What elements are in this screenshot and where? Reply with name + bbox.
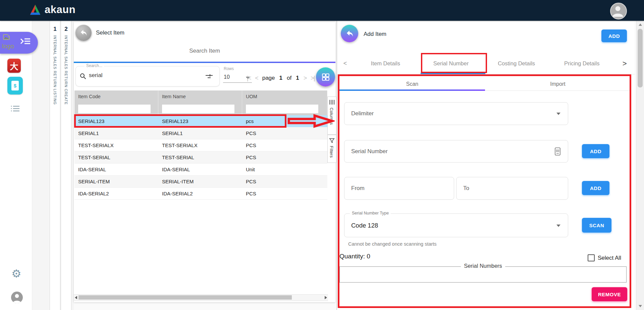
- search-input[interactable]: [88, 72, 190, 79]
- back-button[interactable]: [341, 25, 358, 42]
- cell-item-name: IDA-SERIAL: [158, 164, 242, 175]
- delimiter-select[interactable]: Delimiter: [344, 102, 568, 125]
- table-row[interactable]: IDA-SERIAL IDA-SERIAL Unit: [74, 164, 327, 176]
- cell-item-code: TEST-SERIAL: [74, 151, 158, 163]
- scroll-up-arrow-icon[interactable]: [639, 23, 642, 26]
- helper-text: Cannot be changed once scanning starts: [348, 241, 437, 247]
- last-page-button[interactable]: >|: [311, 75, 314, 82]
- scan-button[interactable]: SCAN: [582, 218, 611, 233]
- reply-arrow-icon: [79, 29, 88, 37]
- tab-scan[interactable]: Scan: [339, 78, 485, 90]
- scroll-right-arrow-icon[interactable]: [325, 296, 327, 299]
- red-app-glyph: 大: [10, 60, 18, 72]
- tab-costing-details[interactable]: Costing Details: [484, 60, 549, 67]
- cell-item-code: TEST-SERIALX: [74, 139, 158, 151]
- app-header: akaun: [0, 0, 644, 21]
- dollar-doc-icon: $: [11, 81, 19, 90]
- rows-value: 10: [224, 74, 230, 80]
- scroll-down-arrow-icon[interactable]: [639, 305, 642, 307]
- workspace-tab-create[interactable]: 2 INTERNAL SALES RETURN CREATE: [61, 21, 71, 310]
- delimiter-label: Delimiter: [351, 110, 374, 117]
- add-range-button[interactable]: ADD: [582, 181, 609, 195]
- filters-side-tab[interactable]: Filters: [327, 135, 336, 163]
- select-all-checkbox[interactable]: [588, 254, 595, 261]
- columns-tab-label: Columns: [329, 108, 334, 125]
- profile-icon[interactable]: [11, 292, 23, 303]
- prev-page-button[interactable]: <: [255, 75, 258, 82]
- cell-item-name: IDA-SERIAL2: [158, 188, 242, 199]
- column-header-item-name[interactable]: Item Name: [158, 90, 242, 103]
- search-icon: [80, 73, 86, 79]
- remove-button[interactable]: REMOVE: [592, 287, 627, 301]
- tabs-next-button[interactable]: >: [614, 59, 635, 68]
- quantity-value: 0: [367, 253, 370, 260]
- tab-pricing-details[interactable]: Pricing Details: [549, 60, 614, 67]
- column-header-item-code[interactable]: Item Code: [74, 90, 158, 103]
- table-row[interactable]: SERIAL-ITEM SERIAL-ITEM PCS: [74, 176, 327, 188]
- vertical-scrollbar[interactable]: [636, 21, 644, 310]
- scroll-left-arrow-icon[interactable]: [75, 296, 77, 299]
- panel-divider: [336, 21, 337, 310]
- serial-number-type-select[interactable]: Serial Number Type Code 128: [344, 213, 568, 237]
- back-button[interactable]: [75, 25, 92, 41]
- app-icon-documents[interactable]: $: [7, 77, 23, 95]
- from-label: From: [351, 185, 365, 192]
- broken-image-icon: [3, 34, 10, 41]
- columns-side-tab[interactable]: Columns: [327, 97, 336, 135]
- tab-item-details[interactable]: Item Details: [353, 60, 418, 67]
- add-item-button[interactable]: ADD: [601, 29, 627, 42]
- filter-icon[interactable]: [205, 73, 213, 80]
- scan-tab-underline: [339, 89, 485, 91]
- filter-cell: [242, 103, 327, 115]
- list-menu-icon[interactable]: [11, 105, 20, 112]
- logo-pill[interactable]: logo: [0, 32, 38, 54]
- serial-type-value: Code 128: [351, 222, 378, 229]
- grid-view-button[interactable]: [316, 67, 335, 86]
- quantity-label: Quantity:: [339, 253, 365, 260]
- select-all-control[interactable]: Select All: [588, 254, 621, 261]
- detail-tabs: < Item Details Serial Number Costing Det…: [337, 53, 635, 74]
- cell-item-code: IDA-SERIAL: [74, 164, 158, 175]
- active-tab-underline: [421, 73, 485, 74]
- table-row-selected[interactable]: SERIAL123 SERIAL123 pcs: [74, 115, 327, 127]
- tab-number: 1: [50, 26, 60, 33]
- scrollbar-thumb[interactable]: [638, 29, 643, 87]
- item-name-filter-input[interactable]: [162, 104, 235, 114]
- column-header-uom[interactable]: UOM: [242, 90, 327, 103]
- panel-title: Select Item: [96, 29, 124, 36]
- add-serial-button[interactable]: ADD: [582, 144, 609, 158]
- table-row[interactable]: IDA-SERIAL2 IDA-SERIAL2 PCS: [74, 188, 327, 200]
- uom-filter-input[interactable]: [246, 104, 319, 114]
- from-field[interactable]: From: [344, 177, 454, 200]
- app-icon-red[interactable]: 大: [7, 59, 21, 73]
- cell-item-name: TEST-SERIALX: [158, 139, 242, 151]
- table-row[interactable]: TEST-SERIALX TEST-SERIALX PCS: [74, 139, 327, 151]
- table-row[interactable]: TEST-SERIAL TEST-SERIAL PCS: [74, 151, 327, 164]
- cell-uom: PCS: [242, 127, 326, 139]
- scan-import-tabs: Scan Import: [339, 78, 631, 91]
- to-field[interactable]: To: [456, 177, 568, 200]
- cell-uom: PCS: [242, 176, 326, 187]
- workspace-tab-listing[interactable]: 1 INTERNAL SALES RETURN LISTING: [50, 21, 60, 310]
- table-row[interactable]: SERIAL1 SERIAL1 PCS: [74, 127, 327, 139]
- settings-gear-icon[interactable]: ⚙: [11, 268, 21, 279]
- indent-menu-icon[interactable]: [20, 38, 31, 45]
- items-table: Item Code Item Name UOM SERIAL123 SERIAL…: [74, 90, 327, 200]
- next-page-button[interactable]: >: [304, 75, 307, 82]
- funnel-icon: [329, 138, 335, 143]
- cell-uom: PCS: [242, 139, 326, 151]
- first-page-button[interactable]: |<: [247, 75, 251, 82]
- cell-uom: pcs: [242, 115, 326, 127]
- tabs-prev-button[interactable]: <: [337, 60, 353, 67]
- scrollbar-thumb[interactable]: [78, 295, 292, 300]
- user-avatar[interactable]: [610, 3, 627, 19]
- tab-label: INTERNAL SALES RETURN CREATE: [64, 35, 68, 105]
- tab-serial-number[interactable]: Serial Number: [418, 60, 484, 67]
- serial-numbers-fieldset[interactable]: Serial Numbers: [339, 266, 627, 283]
- item-code-filter-input[interactable]: [78, 104, 151, 114]
- serial-number-field[interactable]: Serial Number: [344, 140, 568, 163]
- tab-search-item[interactable]: Search Item: [74, 48, 335, 54]
- filters-tab-label: Filters: [329, 146, 334, 158]
- horizontal-scrollbar[interactable]: [74, 294, 328, 301]
- tab-import[interactable]: Import: [485, 78, 631, 90]
